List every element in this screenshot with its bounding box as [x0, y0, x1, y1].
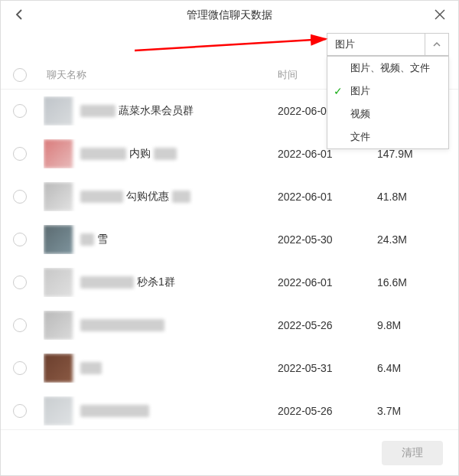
- back-button[interactable]: [11, 7, 27, 22]
- chat-size: 41.8M: [377, 191, 446, 203]
- chat-name: 内购: [44, 139, 278, 168]
- chat-time: 2022-05-26: [278, 319, 377, 331]
- chat-name: 勾购优惠: [44, 182, 278, 211]
- chat-name: [44, 354, 278, 383]
- avatar: [44, 182, 73, 211]
- filter-select-toggle[interactable]: [425, 34, 448, 55]
- chat-time: 2022-05-31: [278, 362, 377, 374]
- chat-size: 6.4M: [377, 362, 446, 374]
- chat-size: 3.7M: [377, 405, 446, 417]
- filter-row: 图片 图片、视频、文件 ✓ 图片 视频 文件: [1, 30, 458, 60]
- filter-option-label: 文件: [350, 130, 370, 144]
- row-checkbox[interactable]: [13, 233, 27, 246]
- chat-name: 雪: [44, 225, 278, 254]
- filter-dropdown: 图片、视频、文件 ✓ 图片 视频 文件: [327, 56, 449, 149]
- clean-button[interactable]: 清理: [382, 441, 443, 465]
- filter-select-value[interactable]: 图片: [327, 34, 425, 55]
- window-title: 管理微信聊天数据: [187, 8, 272, 22]
- row-checkbox[interactable]: [13, 275, 27, 289]
- table-row[interactable]: 2022-05-31 6.4M: [1, 347, 458, 390]
- filter-option-label: 图片: [350, 84, 370, 98]
- chat-size: 16.6M: [377, 276, 446, 289]
- chat-time: 2022-06-01: [278, 148, 377, 160]
- avatar: [44, 96, 73, 126]
- close-button[interactable]: [432, 7, 448, 22]
- chat-time: 2022-06-01: [278, 276, 377, 289]
- filter-option-all[interactable]: 图片、视频、文件: [327, 57, 448, 80]
- titlebar: 管理微信聊天数据: [1, 1, 458, 30]
- avatar: [44, 139, 73, 168]
- table-row[interactable]: 2022-05-26 9.8M: [1, 304, 458, 347]
- row-checkbox[interactable]: [13, 361, 27, 375]
- row-checkbox[interactable]: [13, 404, 27, 418]
- avatar: [44, 311, 73, 340]
- filter-option-images[interactable]: ✓ 图片: [327, 80, 448, 103]
- table-row[interactable]: 勾购优惠 2022-06-01 41.8M: [1, 175, 458, 218]
- column-header-name[interactable]: 聊天名称: [44, 68, 278, 82]
- row-checkbox[interactable]: [13, 318, 27, 332]
- row-checkbox[interactable]: [13, 190, 27, 204]
- filter-option-videos[interactable]: 视频: [327, 103, 448, 126]
- chevron-up-icon: [432, 40, 441, 49]
- filter-option-label: 视频: [350, 107, 370, 121]
- chat-size: 24.3M: [377, 233, 446, 246]
- row-checkbox[interactable]: [13, 104, 27, 118]
- window: 管理微信聊天数据 图片 图片、视频、文件 ✓ 图片: [0, 0, 459, 476]
- avatar: [44, 354, 73, 383]
- chat-time: 2022-05-26: [278, 405, 377, 417]
- row-checkbox[interactable]: [13, 147, 27, 161]
- filter-option-files[interactable]: 文件: [327, 126, 448, 148]
- chat-name: [44, 396, 278, 425]
- footer: 清理: [1, 429, 458, 475]
- table-row[interactable]: 2022-05-26 3.7M: [1, 390, 458, 429]
- table-row[interactable]: 秒杀1群 2022-06-01 16.6M: [1, 261, 458, 304]
- chat-name: 秒杀1群: [44, 268, 278, 297]
- chat-name: [44, 311, 278, 340]
- close-icon: [435, 9, 445, 20]
- chevron-left-icon: [15, 8, 24, 21]
- chat-name: 蔬菜水果会员群: [44, 96, 278, 126]
- avatar: [44, 268, 73, 297]
- chat-size: 9.8M: [377, 319, 446, 331]
- filter-select[interactable]: 图片: [327, 33, 449, 56]
- avatar: [44, 396, 73, 425]
- check-icon: ✓: [334, 85, 343, 97]
- chat-time: 2022-06-01: [278, 191, 377, 203]
- filter-option-label: 图片、视频、文件: [350, 61, 430, 75]
- avatar: [44, 225, 73, 254]
- table-row[interactable]: 雪 2022-05-30 24.3M: [1, 218, 458, 261]
- select-all-checkbox[interactable]: [13, 68, 44, 82]
- chat-time: 2022-05-30: [278, 233, 377, 246]
- chat-size: 147.9M: [377, 148, 446, 160]
